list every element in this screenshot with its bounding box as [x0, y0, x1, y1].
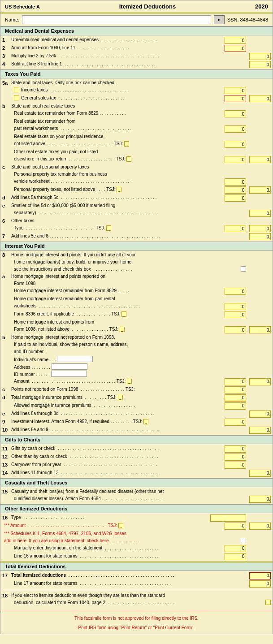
personal1b-desc: vehicle worksheet . . . . . . . . . . . …: [14, 178, 221, 184]
line16-manual-f1: [221, 545, 246, 552]
hm8829-input[interactable]: [225, 288, 246, 295]
line16-type-input[interactable]: [210, 514, 246, 522]
line16-manual-input[interactable]: [225, 545, 246, 552]
re3b-input[interactable]: [225, 141, 246, 148]
table-row: worksheets . . . . . . . . . . . . . . .…: [0, 303, 273, 311]
line18b-desc: deduction, calculated from Form 1040, pa…: [14, 600, 221, 605]
amount-input[interactable]: [225, 378, 246, 385]
line4-field2: [246, 61, 271, 68]
other-re2-input[interactable]: [225, 156, 246, 163]
ssn-area: SSN: 848-48-4848: [227, 17, 268, 22]
casualty-section: 15 Casualty and theft loss(es) from a Fe…: [0, 487, 273, 504]
personal1b-input[interactable]: [225, 178, 246, 186]
income-tax-input[interactable]: [225, 87, 246, 94]
line14-desc: Add lines 11 through 13 . . . . . . . . …: [11, 470, 221, 475]
line8e-desc: Add lines 8a through 8d . . . . . . . . …: [11, 411, 221, 416]
line18-checkbox[interactable]: [265, 600, 271, 605]
table-row: c Points not reported on Form 1098 . . .…: [0, 386, 273, 394]
id-number-input[interactable]: [51, 371, 87, 377]
hm-not-listed-input[interactable]: [225, 326, 246, 333]
table-row: ID number . . . . . .: [0, 370, 273, 378]
line14-input[interactable]: [249, 470, 271, 477]
line-num-8b: b: [2, 334, 11, 340]
line8c2-f1: [221, 386, 246, 393]
name-input[interactable]: [22, 15, 211, 24]
line16-state-f1: [221, 553, 246, 560]
general-sales-input2[interactable]: [249, 95, 271, 102]
line6b-f2: [246, 225, 271, 232]
income-tax-checkbox[interactable]: [14, 87, 19, 92]
general-sales-label: General sales tax . . . . . . . . . . . …: [21, 95, 221, 101]
other-header: Other Itemized Deductions: [0, 504, 273, 513]
other-re2-input2[interactable]: [249, 156, 271, 163]
line3-input2[interactable]: [249, 53, 271, 60]
general-sales-input[interactable]: [225, 95, 246, 102]
line6b-input2[interactable]: [249, 225, 271, 232]
table-row: 7 Add lines 5e and 6 . . . . . . . . . .…: [0, 233, 273, 241]
line8c-checkbox-col: [221, 266, 246, 272]
real-estate2-desc: Real estate tax remainder from: [14, 118, 221, 124]
line8d-input[interactable]: [225, 394, 246, 402]
line8e-f2: [246, 411, 271, 418]
line4-input2[interactable]: [249, 61, 271, 68]
line16-amount-input[interactable]: [225, 523, 246, 530]
taxes-header: Taxes You Paid: [0, 69, 273, 78]
line6b-input[interactable]: [225, 225, 246, 232]
hm-not-listed-f1: [221, 326, 246, 333]
line16-state-input[interactable]: [225, 553, 246, 560]
line16-amount-f2: [246, 523, 271, 530]
part-rental-input[interactable]: [225, 125, 246, 133]
allowed-input[interactable]: [225, 402, 246, 410]
footer-line2: Print IRS form using "Print Return" or "…: [2, 622, 271, 632]
line8c2-input[interactable]: [225, 386, 246, 393]
line4-desc: Subtract line 3 from line 1 . . . . . . …: [11, 61, 221, 67]
table-row: Manually enter this amount on the statem…: [0, 545, 273, 553]
real-estate1-input[interactable]: [225, 110, 246, 117]
table-row: not listed above . . . . . . . . . . . .…: [0, 140, 273, 148]
personal2-input2[interactable]: [249, 186, 271, 194]
line16-checkbox[interactable]: [241, 538, 246, 543]
hm-not-listed-a-desc: Home mortgage interest and points from: [14, 319, 221, 325]
form8396-input[interactable]: [225, 311, 246, 318]
line15-input[interactable]: [249, 496, 271, 503]
line10-input[interactable]: [249, 427, 271, 434]
line17-input[interactable]: [249, 572, 271, 579]
line5d-input[interactable]: [225, 194, 246, 202]
line1-input1[interactable]: [225, 37, 246, 44]
table-row: Form 1098, not listed above . . . . . . …: [0, 326, 273, 334]
line8-checkbox[interactable]: [241, 266, 246, 272]
footer: This facsimile form is not approved for …: [0, 611, 273, 634]
hm-not-listed-input2[interactable]: [249, 326, 271, 333]
line13-input[interactable]: [225, 462, 246, 469]
real-estate3a-desc: Real estate taxes on your principal resi…: [14, 134, 221, 139]
indiv-name-input[interactable]: [57, 356, 93, 362]
line5e2-input[interactable]: [249, 210, 271, 217]
general-sales-checkbox[interactable]: [14, 95, 19, 100]
table-row: 8 Home mortgage interest and points. If …: [0, 251, 273, 259]
line12-input[interactable]: [225, 454, 246, 461]
header-center: Itemized Deductions: [40, 3, 255, 10]
table-row: b Home mortgage interest not reported on…: [0, 334, 273, 341]
line16-amount-input2[interactable]: [249, 523, 271, 530]
line13-desc: Carryover from prior year . . . . . . . …: [11, 462, 221, 467]
amount-input2[interactable]: [249, 378, 271, 385]
line14-f2: [246, 470, 271, 477]
line17-state-f2: [246, 580, 271, 588]
line7-input[interactable]: [249, 233, 271, 240]
personal2-input[interactable]: [225, 186, 246, 194]
line1-field1: [221, 37, 246, 44]
table-row: General sales tax . . . . . . . . . . . …: [0, 95, 273, 103]
personal2-desc: Personal property taxes, not listed abov…: [14, 186, 221, 193]
line2-input1[interactable]: [225, 45, 246, 52]
line9-input[interactable]: [225, 419, 246, 426]
worksheets-input[interactable]: [225, 303, 246, 310]
line17-state-input[interactable]: [249, 580, 271, 588]
hm8829-desc: Home mortgage interest remainder from Fo…: [14, 288, 221, 294]
address-input[interactable]: [52, 363, 87, 370]
line8e-input[interactable]: [249, 411, 271, 418]
table-row: vehicle worksheet . . . . . . . . . . . …: [0, 178, 273, 186]
name-button[interactable]: ►: [214, 15, 225, 24]
line11-input[interactable]: [225, 445, 246, 453]
line3-field2: [246, 53, 271, 60]
table-row: a Home mortgage interest and points repo…: [0, 273, 273, 280]
